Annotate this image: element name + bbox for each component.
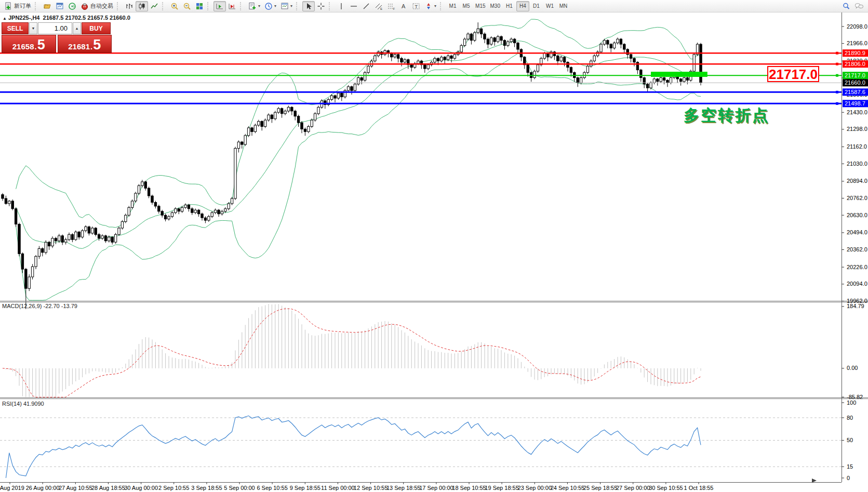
sell-price[interactable]: 21658.5 (2, 35, 56, 53)
price-callout-box[interactable]: 21717.0 (767, 66, 819, 82)
bull-candle (287, 107, 289, 111)
market-watch-button[interactable] (54, 1, 66, 11)
volume-increase-button[interactable]: ▲ (73, 22, 81, 34)
collapse-arrow-icon[interactable]: ▲ (3, 16, 7, 21)
autotrading-button[interactable]: 自动交易 (78, 1, 115, 11)
bull-candle (427, 65, 429, 69)
bear-candle (88, 227, 90, 233)
bear-candle (98, 234, 100, 238)
zoom-in-button[interactable] (168, 1, 181, 11)
timeframe-m30-button[interactable]: M30 (488, 1, 502, 11)
bull-candle (184, 205, 186, 207)
cursor-button[interactable] (302, 1, 315, 11)
time-label: 2 Aug 2019 (0, 485, 24, 491)
bull-candle (533, 71, 536, 77)
timeframe-m1-button[interactable]: M1 (446, 1, 459, 11)
vertical-line-tool-button[interactable] (335, 1, 348, 11)
timeframe-h1-button[interactable]: H1 (503, 1, 516, 11)
bear-candle (281, 109, 283, 114)
bull-candle (330, 96, 332, 99)
text-tool-button[interactable]: A (397, 1, 410, 11)
profiles-button[interactable] (41, 1, 54, 11)
chart-shift-icon (228, 2, 236, 10)
bear-candle (151, 196, 153, 202)
timeframe-switcher: M1M5M15M30H1H4D1W1MN (446, 1, 570, 11)
bull-candle (108, 237, 110, 241)
bull-candle (603, 41, 605, 44)
bull-candle (347, 87, 349, 90)
auto-scroll-button[interactable] (213, 1, 226, 11)
chart-canvas[interactable]: 22098.021966.021830.021698.021566.021430… (0, 12, 868, 492)
chat-button[interactable] (852, 1, 866, 11)
buy-button[interactable]: BUY (82, 22, 111, 34)
scroll-end-marker[interactable] (812, 478, 817, 483)
timeframe-h4-button[interactable]: H4 (516, 1, 529, 11)
new-order-button[interactable]: 新订单 (2, 1, 33, 11)
rsi-indicator-label: RSI(14) 41.9090 (2, 401, 44, 407)
axis-tick-label: 21430.0 (847, 109, 867, 115)
bear-candle (261, 122, 263, 127)
volume-input[interactable]: 1.00 (38, 22, 72, 34)
bear-candle (503, 41, 505, 46)
svg-text:T: T (415, 4, 418, 9)
sell-button[interactable]: SELL (2, 22, 29, 34)
signal-icon-button[interactable] (66, 1, 78, 11)
text-label-icon: T (412, 2, 420, 10)
bull-candle (507, 42, 509, 45)
timeframe-w1-button[interactable]: W1 (543, 1, 556, 11)
line-chart-button[interactable] (148, 1, 161, 11)
axis-tick-label: 20494.0 (847, 229, 867, 235)
candlestick-chart-button[interactable] (136, 1, 148, 11)
bull-candle (693, 55, 695, 71)
bar-chart-button[interactable] (123, 1, 136, 11)
arrows-tool-button[interactable]: ▾ (422, 1, 438, 11)
chart-window[interactable]: 22098.021966.021830.021698.021566.021430… (0, 12, 868, 492)
chart-annotation-text[interactable]: 多空转折点 (684, 108, 769, 123)
trendline-tool-button[interactable] (360, 1, 372, 11)
timeframe-mn-button[interactable]: MN (557, 1, 570, 11)
fibonacci-tool-button[interactable]: F (385, 1, 397, 11)
chart-shift-button[interactable] (226, 1, 238, 11)
indicators-button[interactable]: ▾ (246, 1, 262, 11)
label-tool-button[interactable]: T (410, 1, 422, 11)
svg-text:E: E (380, 7, 382, 10)
crosshair-button[interactable] (315, 1, 327, 11)
bull-candle (367, 66, 369, 72)
hline-handle (836, 63, 838, 65)
periods-button[interactable]: ▾ (262, 1, 278, 11)
bull-candle (277, 109, 279, 112)
toolbar-separator (440, 2, 444, 10)
time-label: 1 Oct 18:55 (684, 485, 714, 491)
bear-candle (294, 111, 296, 116)
axis-tick-label: 21162.0 (847, 143, 867, 150)
timeframe-m5-button[interactable]: M5 (460, 1, 473, 11)
pane-separators[interactable] (0, 301, 868, 399)
search-button[interactable] (840, 1, 852, 11)
bull-candle (168, 217, 170, 219)
templates-button[interactable]: ▾ (278, 1, 295, 11)
horizontal-line-tool-button[interactable] (348, 1, 360, 11)
time-label: 2 Sep 10:55 (158, 485, 189, 491)
highlight-zone-rect[interactable] (651, 72, 707, 77)
bull-candle (650, 83, 652, 88)
channel-tool-button[interactable]: E (372, 1, 385, 11)
bb-middle-line (16, 41, 701, 249)
timeframe-m15-button[interactable]: M15 (473, 1, 487, 11)
bull-candle (600, 44, 602, 52)
volume-decrease-button[interactable]: ▼ (29, 22, 37, 34)
tile-windows-button[interactable] (193, 1, 206, 11)
bear-candle (104, 236, 106, 241)
time-label: 24 Sep 10:55 (551, 485, 584, 491)
axis-tick-label: 20362.0 (847, 246, 867, 252)
buy-price[interactable]: 21681.5 (58, 35, 112, 53)
time-label: 18 Sep 10:55 (452, 485, 486, 491)
time-axis[interactable]: 2 Aug 201926 Aug 00:0027 Aug 10:5528 Aug… (0, 478, 817, 491)
timeframe-d1-button[interactable]: D1 (530, 1, 543, 11)
bull-candle (141, 182, 143, 185)
bull-candle (586, 66, 589, 72)
zoom-out-button[interactable] (181, 1, 193, 11)
zoom-out-icon (183, 2, 191, 10)
bull-candle (308, 127, 310, 132)
bear-candle (484, 34, 486, 39)
bull-candle (45, 242, 47, 252)
